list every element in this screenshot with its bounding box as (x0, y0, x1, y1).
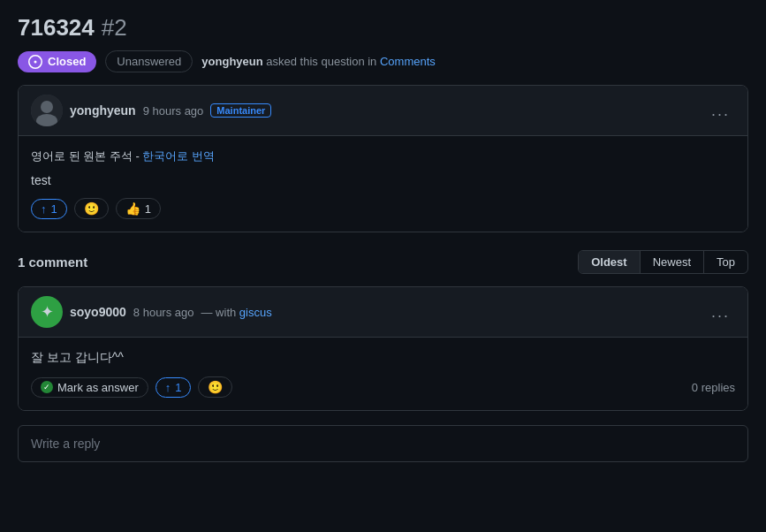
main-comment-card: yonghyeun 9 hours ago Maintainer ... 영어로… (18, 85, 748, 232)
comments-count: 1 comment (18, 255, 87, 270)
smiley-icon: 🙂 (84, 201, 99, 216)
more-options-button[interactable]: ... (706, 100, 735, 122)
reply-header-left: ✦ soyo9000 8 hours ago — with giscus (31, 296, 272, 328)
issue-number: #2 (102, 14, 127, 42)
upvote-icon: ↑ (41, 202, 47, 216)
comment-translation: 영어로 된 원본 주석 - 한국어로 번역 (31, 148, 735, 164)
meta-action: asked this question in (266, 55, 380, 68)
meta-location[interactable]: Comments (380, 55, 436, 68)
comment-reactions: ↑ 1 🙂 👍 1 (31, 198, 735, 219)
issue-meta-text: yonghyeun asked this question in Comment… (201, 55, 435, 68)
reply-upvote-button[interactable]: ↑ 1 (155, 377, 192, 398)
comments-header: 1 comment Oldest Newest Top (18, 250, 748, 274)
thumbsup-icon: 👍 (125, 201, 140, 216)
upvote-button[interactable]: ↑ 1 (31, 199, 67, 219)
closed-icon (28, 55, 42, 69)
translation-text: 영어로 된 원본 주석 - (31, 149, 142, 163)
comment-time: 9 hours ago (143, 104, 204, 118)
upvote-count: 1 (51, 202, 57, 216)
reply-text: 잘 보고 갑니다^^ (31, 350, 735, 366)
reply-smiley-icon: 🙂 (208, 380, 223, 394)
reply-actions: ✓ Mark as answer ↑ 1 🙂 0 replies (31, 376, 735, 398)
issue-title-text: 716324 (18, 14, 95, 42)
svg-point-1 (41, 101, 53, 113)
smiley-button[interactable]: 🙂 (74, 198, 109, 219)
reply-more-options-button[interactable]: ... (706, 301, 735, 323)
comment-text: test (31, 173, 735, 187)
sort-oldest-button[interactable]: Oldest (579, 251, 640, 273)
meta-user: yonghyeun (201, 55, 262, 68)
reply-time: 8 hours ago (133, 306, 194, 319)
sort-newest-button[interactable]: Newest (641, 251, 704, 273)
reply-header: ✦ soyo9000 8 hours ago — with giscus ... (19, 287, 747, 338)
thumbsup-count: 1 (145, 202, 151, 216)
check-icon: ✓ (41, 381, 53, 393)
reply-upvote-count: 1 (175, 381, 181, 394)
write-reply-placeholder: Write a reply (31, 437, 100, 451)
comment-body: 영어로 된 원본 주석 - 한국어로 번역 test ↑ 1 🙂 👍 1 (19, 136, 747, 232)
page-header: 716324 #2 Closed Unanswered yonghyeun as… (18, 14, 748, 72)
replies-count: 0 replies (692, 381, 735, 394)
maintainer-badge: Maintainer (210, 103, 271, 118)
comment-header-left: yonghyeun 9 hours ago Maintainer (31, 95, 271, 126)
with-giscus-link[interactable]: giscus (239, 306, 272, 319)
mark-answer-button[interactable]: ✓ Mark as answer (31, 377, 148, 398)
commenter-name: yonghyeun (70, 103, 136, 118)
closed-badge: Closed (18, 51, 96, 72)
translation-link[interactable]: 한국어로 번역 (142, 149, 215, 163)
issue-title: 716324 #2 (18, 14, 748, 42)
comment-header: yonghyeun 9 hours ago Maintainer ... (19, 86, 747, 136)
unanswered-badge: Unanswered (105, 50, 193, 72)
sort-buttons: Oldest Newest Top (578, 250, 748, 274)
comments-section: 1 comment Oldest Newest Top ✦ soyo9000 8… (18, 250, 748, 462)
reply-smiley-button[interactable]: 🙂 (198, 376, 232, 398)
mark-answer-label: Mark as answer (57, 381, 139, 394)
reply-card: ✦ soyo9000 8 hours ago — with giscus ...… (18, 286, 748, 411)
write-reply-box[interactable]: Write a reply (18, 425, 748, 462)
closed-label: Closed (48, 55, 86, 68)
thumbsup-button[interactable]: 👍 1 (116, 198, 161, 219)
reply-with: — with giscus (201, 306, 272, 319)
reply-actions-left: ✓ Mark as answer ↑ 1 🙂 (31, 376, 232, 398)
avatar (31, 95, 63, 126)
reply-author: soyo9000 (70, 305, 126, 319)
soyo-avatar: ✦ (31, 296, 63, 328)
issue-meta: Closed Unanswered yonghyeun asked this q… (18, 50, 748, 72)
reply-upvote-icon: ↑ (165, 381, 171, 394)
with-label: — with (201, 306, 237, 319)
sort-top-button[interactable]: Top (704, 251, 747, 273)
reply-body: 잘 보고 갑니다^^ ✓ Mark as answer ↑ 1 🙂 0 repl (19, 338, 747, 410)
